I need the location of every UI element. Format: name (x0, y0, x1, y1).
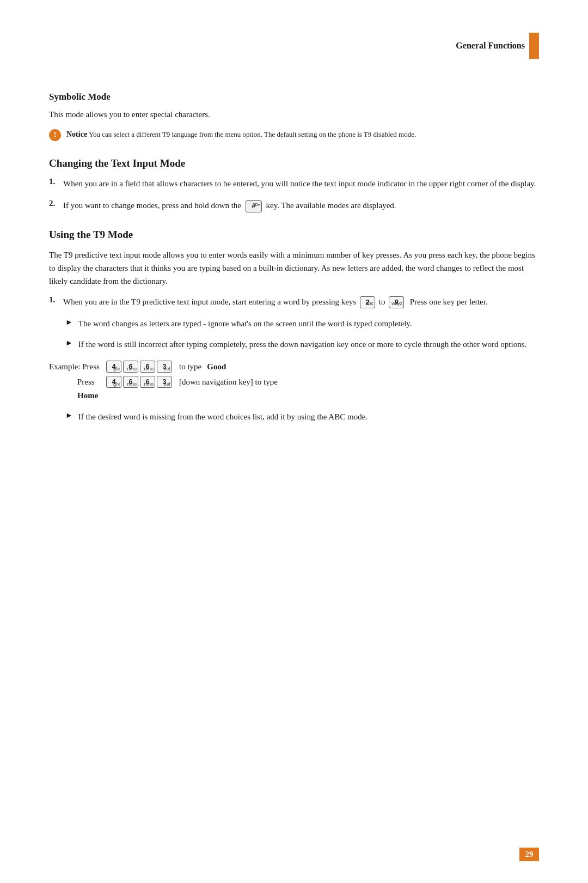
three-def-key-1: 3def (157, 361, 172, 373)
example-type-label: to type (179, 362, 201, 372)
example-label: Example: Press (49, 362, 103, 372)
symbolic-mode-title: Symbolic Mode (49, 92, 539, 102)
t9-bullet2: ► If the word is still incorrect after t… (65, 338, 539, 351)
item2-num: 2. (49, 199, 60, 208)
using-t9-body: The T9 predictive text input mode allows… (49, 248, 539, 288)
example-row1: Example: Press 4ghi 6mno 6mno 3def to ty… (49, 361, 539, 373)
example-nav-label: [down navigation key] to type (179, 377, 278, 387)
example-indent: Press (49, 377, 103, 387)
example-good: Good (207, 362, 226, 372)
six-mno-key-3: 6mno (123, 376, 138, 388)
t9-item1-text-pre: When you are in the T9 predictive text i… (63, 297, 356, 306)
notice-box: ! Notice You can select a different T9 l… (49, 129, 539, 141)
two-abc-key: 2abc (360, 296, 375, 308)
example-keys-1: 4ghi 6mno 6mno 3def (106, 361, 172, 373)
notice-body: You can select a different T9 language f… (89, 130, 416, 138)
example-area: Example: Press 4ghi 6mno 6mno 3def to ty… (49, 361, 539, 400)
bullet-arrow-1: ► (65, 318, 73, 327)
changing-text-item2: 2. If you want to change modes, press an… (49, 199, 539, 212)
item1-num: 1. (49, 177, 60, 186)
bullet-arrow-2: ► (65, 339, 73, 348)
example-keys-2: 4ghi 6mno 6mno 3def (106, 376, 172, 388)
symbolic-mode-body: This mode allows you to enter special ch… (49, 108, 539, 121)
symbolic-mode-section: Symbolic Mode This mode allows you to en… (49, 92, 539, 141)
t9-bullet1: ► The word changes as letters are typed … (65, 317, 539, 330)
nine-wxyz-key: 9wxyz (389, 296, 404, 308)
notice-label: Notice (66, 130, 87, 138)
header-accent-bar (529, 33, 539, 59)
example-row2: Press 4ghi 6mno 6mno 3def [down navigati… (49, 376, 539, 388)
six-mno-key-1: 6mno (123, 361, 138, 373)
four-ghi-key-2: 4ghi (106, 376, 121, 388)
three-def-key-2: 3def (157, 376, 172, 388)
t9-item1-num: 1. (49, 295, 60, 305)
item2-text-post: key. The available modes are displayed. (266, 201, 396, 210)
header-title: General Functions (456, 41, 525, 51)
page-header: General Functions (49, 33, 539, 59)
six-mno-key-2: 6mno (140, 361, 155, 373)
six-mno-key-4: 6mno (140, 376, 155, 388)
changing-text-section: Changing the Text Input Mode 1. When you… (49, 157, 539, 212)
bullet1-content: The word changes as letters are typed - … (78, 317, 539, 330)
example-home: Home (77, 391, 98, 400)
bullet-arrow-3: ► (65, 411, 73, 420)
notice-icon: ! (49, 129, 61, 141)
item2-content: If you want to change modes, press and h… (63, 199, 539, 212)
notice-text: Notice You can select a different T9 lan… (66, 129, 416, 140)
four-ghi-key-1: 4ghi (106, 361, 121, 373)
t9-item1-text-post: Press one key per letter. (410, 297, 488, 306)
changing-text-title: Changing the Text Input Mode (49, 157, 539, 169)
using-t9-section: Using the T9 Mode The T9 predictive text… (49, 229, 539, 424)
changing-text-item1: 1. When you are in a field that allows c… (49, 177, 539, 190)
using-t9-title: Using the T9 Mode (49, 229, 539, 241)
item2-text-pre: If you want to change modes, press and h… (63, 201, 241, 210)
t9-item1-content: When you are in the T9 predictive text i… (63, 295, 539, 309)
t9-bullet3: ► If the desired word is missing from th… (65, 410, 539, 423)
bullet2-content: If the word is still incorrect after typ… (78, 338, 539, 351)
example-row3: Home (49, 391, 539, 400)
page-number: 29 (519, 848, 539, 861)
page: General Functions Symbolic Mode This mod… (0, 0, 588, 883)
t9-item1: 1. When you are in the T9 predictive tex… (49, 295, 539, 309)
hash-key-icon: #Dv (246, 200, 262, 212)
item1-content: When you are in a field that allows char… (63, 177, 539, 190)
bullet3-content: If the desired word is missing from the … (78, 410, 539, 423)
